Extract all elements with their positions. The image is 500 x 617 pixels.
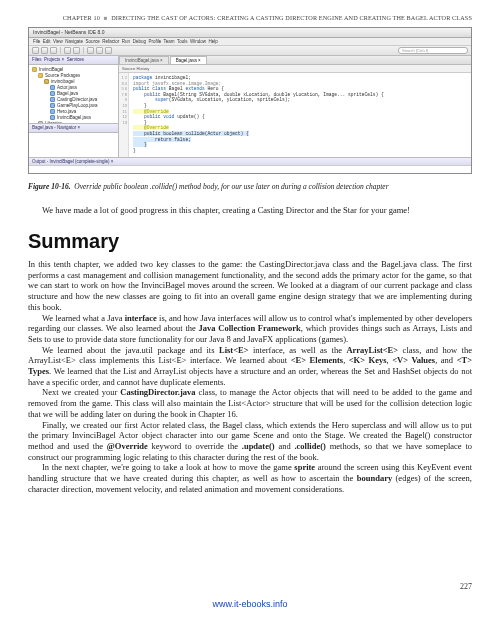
java-file-icon xyxy=(50,115,55,120)
java-file-icon xyxy=(50,97,55,102)
chapter-title: DIRECTING THE CAST OF ACTORS: CREATING A… xyxy=(111,14,472,21)
editor-tabs: InvinciBagel.java × Bagel.java × xyxy=(119,56,471,65)
paragraph: We learned what a Java interface is, and… xyxy=(28,313,472,345)
tree-label[interactable]: InvinciBagel.java xyxy=(57,115,91,120)
tree-label[interactable]: Actor.java xyxy=(57,85,77,90)
java-file-icon xyxy=(50,85,55,90)
tree-label[interactable]: Hero.java xyxy=(57,109,76,114)
lead-paragraph: We have made a lot of good progress in t… xyxy=(28,205,472,216)
ide-titlebar: InvinciBagel - NetBeans IDE 8.0 xyxy=(29,28,471,38)
window-title: InvinciBagel - NetBeans IDE 8.0 xyxy=(33,29,104,35)
menu-item[interactable]: View xyxy=(53,39,63,44)
toolbar-separator xyxy=(83,47,84,54)
output-tab[interactable]: Output - InvinciBagel (complete-single) … xyxy=(29,158,471,166)
toolbar-button[interactable] xyxy=(50,47,57,54)
paragraph: We learned about the java.util package a… xyxy=(28,345,472,388)
menu-item[interactable]: Debug xyxy=(133,39,146,44)
toolbar-button[interactable] xyxy=(105,47,112,54)
menu-item[interactable]: Run xyxy=(122,39,130,44)
java-file-icon xyxy=(50,109,55,114)
toolbar-button[interactable] xyxy=(32,47,39,54)
editor-tab[interactable]: Bagel.java × xyxy=(170,56,207,64)
project-panel-head: Files Projects × Services xyxy=(29,56,118,65)
code-content: package invincibagel; import javafx.scen… xyxy=(131,73,471,155)
menu-item[interactable]: File xyxy=(33,39,40,44)
menu-item[interactable]: Edit xyxy=(43,39,51,44)
menu-item[interactable]: Source xyxy=(86,39,100,44)
toolbar-button[interactable] xyxy=(96,47,103,54)
menu-item[interactable]: Profile xyxy=(148,39,161,44)
figure-text: Override public boolean .collide() metho… xyxy=(74,182,388,191)
code-editor[interactable]: 1 2 3 4 5 6 7 8 9 10 11 12 13 package in… xyxy=(119,73,471,157)
menu-item[interactable]: Help xyxy=(209,39,218,44)
toolbar-button[interactable] xyxy=(73,47,80,54)
paragraph: In the next chapter, we're going to take… xyxy=(28,462,472,494)
menu-item[interactable]: Navigate xyxy=(65,39,83,44)
panel-tab[interactable]: Services xyxy=(67,57,84,62)
tree-label[interactable]: Bagel.java xyxy=(57,91,78,96)
body-text: In this tenth chapter, we added two key … xyxy=(28,259,472,494)
tree-label[interactable]: Source Packages xyxy=(45,73,80,78)
project-tree[interactable]: InvinciBagel Source Packages invincibage… xyxy=(29,65,118,123)
navigator-head: Bagel.java - Navigator × xyxy=(29,124,118,133)
ide-toolbar: Search (Ctrl+I) xyxy=(29,46,471,56)
menu-item[interactable]: Refactor xyxy=(102,39,119,44)
editor-subtabs[interactable]: Source History xyxy=(119,65,471,73)
toolbar-button[interactable] xyxy=(64,47,71,54)
java-file-icon xyxy=(50,91,55,96)
ide-menubar: File Edit View Navigate Source Refactor … xyxy=(29,38,471,46)
tree-label[interactable]: InvinciBagel xyxy=(39,67,63,72)
toolbar-button[interactable] xyxy=(41,47,48,54)
package-icon xyxy=(44,79,49,84)
tree-label[interactable]: CastingDirector.java xyxy=(57,97,97,102)
figure-caption: Figure 10-16. Override public boolean .c… xyxy=(28,182,472,191)
tree-label[interactable]: invincibagel xyxy=(51,79,75,84)
paragraph: Finally, we created our first Actor rela… xyxy=(28,420,472,463)
java-file-icon xyxy=(50,103,55,108)
tree-label[interactable]: GamePlayLoop.java xyxy=(57,103,98,108)
menu-item[interactable]: Tools xyxy=(177,39,188,44)
paragraph: Next we created your CastingDirector.jav… xyxy=(28,387,472,419)
summary-heading: Summary xyxy=(28,230,472,253)
folder-icon xyxy=(32,67,37,72)
line-gutter: 1 2 3 4 5 6 7 8 9 10 11 12 13 xyxy=(119,73,129,157)
folder-icon xyxy=(38,73,43,78)
menu-item[interactable]: Window xyxy=(190,39,206,44)
figure-label: Figure 10-16. xyxy=(28,182,71,191)
page-number: 227 xyxy=(460,582,472,591)
menu-item[interactable]: Team xyxy=(164,39,175,44)
output-body xyxy=(29,166,471,174)
search-input[interactable]: Search (Ctrl+I) xyxy=(398,47,468,54)
header-separator: ■ xyxy=(104,14,108,21)
project-panel: Files Projects × Services InvinciBagel S… xyxy=(29,56,119,157)
paragraph: In this tenth chapter, we added two key … xyxy=(28,259,472,313)
running-head: CHAPTER 10 ■ DIRECTING THE CAST OF ACTOR… xyxy=(28,14,472,21)
panel-tab[interactable]: Files xyxy=(32,57,42,62)
footer-link[interactable]: www.it-ebooks.info xyxy=(0,599,500,609)
editor-tab[interactable]: InvinciBagel.java × xyxy=(119,56,169,64)
chapter-label: CHAPTER 10 xyxy=(63,14,100,21)
panel-tab[interactable]: Projects × xyxy=(44,57,64,62)
toolbar-button[interactable] xyxy=(87,47,94,54)
toolbar-separator xyxy=(60,47,61,54)
ide-screenshot: InvinciBagel - NetBeans IDE 8.0 File Edi… xyxy=(28,27,472,174)
